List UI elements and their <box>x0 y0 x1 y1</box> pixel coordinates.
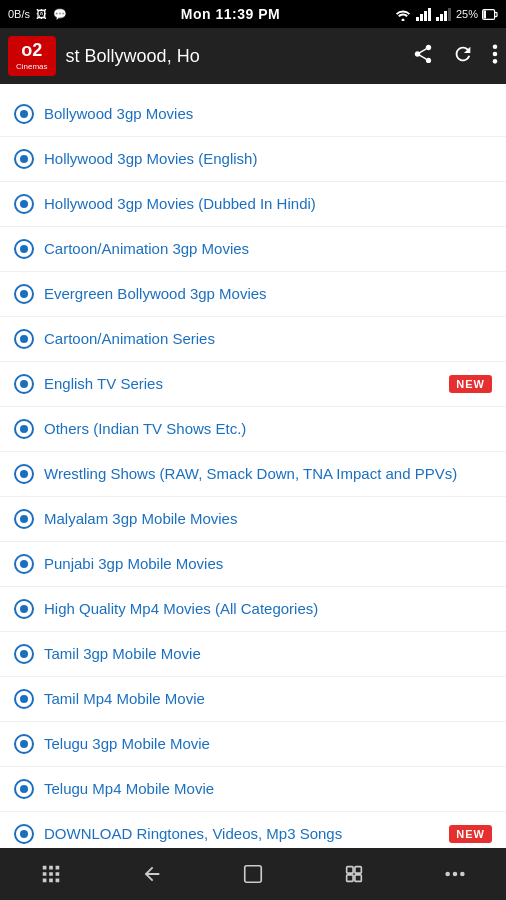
more-icon[interactable] <box>492 43 498 70</box>
list-bullet-icon <box>14 239 34 259</box>
list-item[interactable]: Wrestling Shows (RAW, Smack Down, TNA Im… <box>0 452 506 497</box>
svg-point-15 <box>493 59 498 64</box>
list-item[interactable]: Others (Indian TV Shows Etc.) <box>0 407 506 452</box>
list-item[interactable]: High Quality Mp4 Movies (All Categories) <box>0 587 506 632</box>
list-bullet-icon <box>14 689 34 709</box>
svg-rect-1 <box>420 14 423 21</box>
app-name: o2 <box>21 40 42 60</box>
nav-more-icon[interactable] <box>433 852 477 896</box>
list-item-label: Punjabi 3gp Mobile Movies <box>44 554 492 574</box>
list-item-label: Cartoon/Animation 3gp Movies <box>44 239 492 259</box>
svg-rect-20 <box>355 875 361 881</box>
list-item[interactable]: Hollywood 3gp Movies (Dubbed In Hindi) <box>0 182 506 227</box>
list-item-label: DOWNLOAD Ringtones, Videos, Mp3 Songs <box>44 824 441 844</box>
list-item[interactable]: Hollywood 3gp Movies (English) <box>0 137 506 182</box>
list-item-label: Hollywood 3gp Movies (Dubbed In Hindi) <box>44 194 492 214</box>
list-item-label: Evergreen Bollywood 3gp Movies <box>44 284 492 304</box>
action-icons <box>412 43 498 70</box>
list-item-label: Hollywood 3gp Movies (English) <box>44 149 492 169</box>
list-item[interactable]: Cartoon/Animation Series <box>0 317 506 362</box>
svg-rect-19 <box>347 875 353 881</box>
list-item-label: English TV Series <box>44 374 441 394</box>
list-item[interactable]: Telugu Mp4 Mobile Movie <box>0 767 506 812</box>
list-bullet-icon <box>14 284 34 304</box>
page-title: st Bollywood, Ho <box>66 46 412 67</box>
signal-icon <box>416 8 432 21</box>
list-item-label: Others (Indian TV Shows Etc.) <box>44 419 492 439</box>
list-item-label: Tamil 3gp Mobile Movie <box>44 644 492 664</box>
list-bullet-icon <box>14 329 34 349</box>
svg-point-13 <box>493 44 498 49</box>
list-bullet-icon <box>14 104 34 124</box>
list-bullet-icon <box>14 149 34 169</box>
action-bar: o2 Cinemas st Bollywood, Ho <box>0 28 506 84</box>
list-bullet-icon <box>14 644 34 664</box>
svg-rect-5 <box>440 14 443 21</box>
message-icon: 💬 <box>53 8 67 21</box>
new-badge: NEW <box>449 375 492 393</box>
svg-rect-7 <box>448 8 451 21</box>
list-item-label: Telugu 3gp Mobile Movie <box>44 734 492 754</box>
svg-rect-3 <box>428 8 431 21</box>
status-right: 25% <box>394 8 498 21</box>
app-sub: Cinemas <box>16 62 48 72</box>
image-icon: 🖼 <box>36 8 47 20</box>
list-item[interactable]: Bollywood 3gp Movies <box>0 92 506 137</box>
status-bar: 0B/s 🖼 💬 Mon 11:39 PM 25% <box>0 0 506 28</box>
list-item[interactable]: Evergreen Bollywood 3gp Movies <box>0 272 506 317</box>
list-item-label: Telugu Mp4 Mobile Movie <box>44 779 492 799</box>
list-bullet-icon <box>14 509 34 529</box>
list-item[interactable]: Cartoon/Animation 3gp Movies <box>0 227 506 272</box>
list-item[interactable]: Tamil 3gp Mobile Movie <box>0 632 506 677</box>
recents-icon[interactable] <box>332 852 376 896</box>
list-bullet-icon <box>14 554 34 574</box>
list-item-label: Malyalam 3gp Mobile Movies <box>44 509 492 529</box>
home-icon[interactable] <box>231 852 275 896</box>
list-item[interactable]: Tamil Mp4 Mobile Movie <box>0 677 506 722</box>
list-item-label: Bollywood 3gp Movies <box>44 104 492 124</box>
status-left: 0B/s 🖼 💬 <box>8 8 67 21</box>
list-bullet-icon <box>14 599 34 619</box>
svg-point-23 <box>460 872 465 877</box>
signal2-icon <box>436 8 452 21</box>
nav-bar <box>0 848 506 900</box>
list-item[interactable]: Telugu 3gp Mobile Movie <box>0 722 506 767</box>
svg-rect-16 <box>245 866 262 883</box>
list-item[interactable]: English TV SeriesNEW <box>0 362 506 407</box>
svg-rect-17 <box>347 867 353 873</box>
svg-point-14 <box>493 51 498 56</box>
list-bullet-icon <box>14 419 34 439</box>
svg-rect-6 <box>444 11 447 21</box>
battery-level: 25% <box>456 8 478 20</box>
svg-rect-18 <box>355 867 361 873</box>
share-icon[interactable] <box>412 43 434 70</box>
list-item-label: Tamil Mp4 Mobile Movie <box>44 689 492 709</box>
list-bullet-icon <box>14 374 34 394</box>
battery-icon <box>482 9 498 20</box>
svg-point-22 <box>453 872 458 877</box>
svg-rect-2 <box>424 11 427 21</box>
list-bullet-icon <box>14 194 34 214</box>
list-bullet-icon <box>14 824 34 844</box>
grid-icon[interactable] <box>29 852 73 896</box>
content-list: Bollywood 3gp MoviesHollywood 3gp Movies… <box>0 84 506 848</box>
list-item-label: Cartoon/Animation Series <box>44 329 492 349</box>
list-item-label: Wrestling Shows (RAW, Smack Down, TNA Im… <box>44 464 492 484</box>
list-bullet-icon <box>14 734 34 754</box>
data-speed: 0B/s <box>8 8 30 20</box>
svg-point-21 <box>446 872 451 877</box>
back-icon[interactable] <box>130 852 174 896</box>
new-badge: NEW <box>449 825 492 843</box>
list-item[interactable]: Punjabi 3gp Mobile Movies <box>0 542 506 587</box>
list-bullet-icon <box>14 464 34 484</box>
status-time: Mon 11:39 PM <box>181 6 280 22</box>
app-logo: o2 Cinemas <box>8 36 56 75</box>
wifi-icon <box>394 8 412 21</box>
list-bullet-icon <box>14 779 34 799</box>
list-item-label: High Quality Mp4 Movies (All Categories) <box>44 599 492 619</box>
svg-rect-4 <box>436 17 439 21</box>
list-item[interactable]: DOWNLOAD Ringtones, Videos, Mp3 SongsNEW <box>0 812 506 848</box>
list-item[interactable]: Malyalam 3gp Mobile Movies <box>0 497 506 542</box>
svg-rect-0 <box>416 17 419 21</box>
refresh-icon[interactable] <box>452 43 474 70</box>
